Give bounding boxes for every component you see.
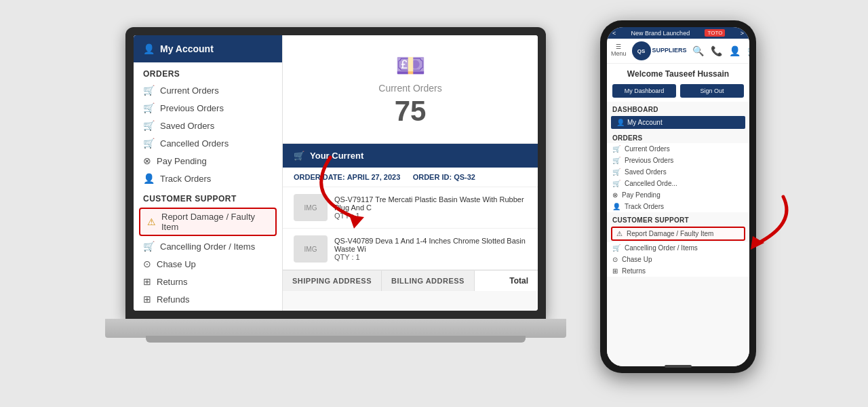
orders-icon: 💷 [395,52,426,80]
phone-previous-orders[interactable]: 🛒 Previous Orders [607,155,749,166]
orders-section-title: ORDERS [134,62,282,81]
phone-forward-icon[interactable]: > [741,30,744,37]
order-item-2: IMG QS-V40789 Deva 1 And 1-4 Inches Chro… [283,229,538,270]
support-section-title: CUSTOMER SUPPORT [134,187,282,206]
phone-report-damage[interactable]: ⚠ Report Damage / Faulty Item [611,227,745,241]
phone-support-section: CUSTOMER SUPPORT [607,212,749,225]
sidebar-item-current-orders[interactable]: 🛒 Current Orders [134,81,282,99]
sidebar-item-report-damage[interactable]: ⚠ Report Damage / Faulty Item [139,208,277,236]
current-orders-link: Current Orders [160,85,219,96]
product-sku-1: QS-V79117 Tre Mercati Plastic Basin Wast… [334,195,527,212]
pending-icon: ⊗ [143,155,151,166]
returns-link: Returns [157,277,188,287]
sidebar-item-cancelled-orders[interactable]: 🛒 Cancelled Orders [134,134,282,152]
phone-home-button[interactable] [665,365,692,368]
product-qty-1: QTY : 1 [334,212,527,220]
order-date-label: ORDER DATE: [294,173,345,181]
phone-top-bar: < New Brand Launched TOTO > [607,27,749,39]
chaseup-icon: ⊙ [143,258,151,269]
sidebar-item-previous-orders[interactable]: 🛒 Previous Orders [134,99,282,117]
phone-support-label-2: Cancelling Order / Items [625,244,698,252]
cart-icon-4: 🛒 [143,138,155,149]
phone-logo-circle: QS [632,41,651,60]
sidebar-item-chase-up[interactable]: ⊙ Chase Up [134,255,282,273]
cart-icon-5: 🛒 [143,241,155,252]
current-orders-panel: 💷 Current Orders 75 [283,35,538,144]
phone-account-icon: 👤 [616,119,625,126]
order-date-value: APRIL 27, 2023 [347,173,401,181]
phone-cart-icon-6: 🛒 [612,244,620,252]
phone-cart-wrapper[interactable]: 🛒 0 [746,45,749,57]
phone-user-icon[interactable]: 👤 [729,45,741,56]
order-header-text: Your Current [310,151,363,161]
sidebar-item-refunds[interactable]: ⊞ Refunds [134,290,282,308]
sidebar-header: 👤 My Account [134,35,282,62]
report-damage-link: Report Damage / Faulty Item [161,212,269,232]
chase-up-link: Chase Up [157,259,196,269]
phone-nav-bar: ☰ Menu QS SUPPLIERS 🔍 📞 👤 🛒 0 [607,39,749,64]
cancelling-link: Cancelling Order / Items [160,241,255,252]
phone-returns[interactable]: ⊞ Returns [607,265,749,277]
main-content: 💷 Current Orders 75 🛒 Your Current ORDER… [283,35,538,311]
laptop-screen: 👤 My Account ORDERS 🛒 Current Orders 🛒 P… [134,35,538,311]
phone-support-label-1: Report Damage / Faulty Item [627,230,713,237]
sidebar-item-returns[interactable]: ⊞ Returns [134,273,282,290]
refunds-icon: ⊞ [143,294,151,305]
phone-pending-icon: ⊗ [612,191,618,199]
current-orders-count: 75 [395,95,427,128]
phone-current-orders[interactable]: 🛒 Current Orders [607,143,749,155]
phone-track-orders[interactable]: 👤 Track Orders [607,201,749,212]
phone-cancelling[interactable]: 🛒 Cancelling Order / Items [607,242,749,254]
phone: < New Brand Launched TOTO > ☰ Menu QS SU… [593,20,763,387]
cart-icon-3: 🛒 [143,120,155,131]
phone-dashboard-section: DASHBOARD [607,102,749,115]
phone-btn-row: My Dashboard Sign Out [607,81,749,102]
shipping-address-btn[interactable]: SHIPPING ADDRESS [283,271,382,291]
product-sku-2: QS-V40789 Deva 1 And 1-4 Inches Chrome S… [334,237,527,253]
phone-cancelled-orders[interactable]: 🛒 Cancelled Orde... [607,178,749,189]
laptop-body: 👤 My Account ORDERS 🛒 Current Orders 🛒 P… [125,27,546,319]
laptop: 👤 My Account ORDERS 🛒 Current Orders 🛒 P… [105,14,566,393]
phone-promo-text: New Brand Launched [631,30,690,37]
phone-cart-icon: 🛒 [747,45,749,56]
phone-dashboard-btn[interactable]: My Dashboard [612,84,676,98]
laptop-base [105,319,566,338]
phone-cart-icon-3: 🛒 [612,168,620,176]
phone-saved-orders[interactable]: 🛒 Saved Orders [607,166,749,178]
phone-chase-up[interactable]: ⊙ Chase Up [607,254,749,265]
phone-phone-icon[interactable]: 📞 [711,45,722,56]
pay-pending-link: Pay Pending [157,156,207,166]
cart-icon-2: 🛒 [143,102,155,113]
order-id-label: ORDER ID: [413,173,452,181]
sidebar-item-track-orders[interactable]: 👤 Track Orders [134,170,282,187]
track-icon: 👤 [143,173,155,184]
phone-support-label-4: Returns [622,267,646,275]
phone-my-account[interactable]: 👤 My Account [611,116,745,129]
phone-logo-text: SUPPLIERS [652,47,687,54]
cancelled-orders-link: Cancelled Orders [160,138,229,149]
phone-chaseup-icon: ⊙ [612,256,618,263]
phone-menu-label[interactable]: ☰ Menu [611,44,627,58]
phone-orders-label-6: Track Orders [625,203,664,210]
phone-orders-section: ORDERS [607,130,749,143]
phone-welcome-text: Welcome Tauseef Hussain [607,64,749,81]
sidebar-item-cancelling[interactable]: 🛒 Cancelling Order / Items [134,237,282,255]
phone-orders-label-3: Saved Orders [625,168,667,176]
sidebar-item-pay-pending[interactable]: ⊗ Pay Pending [134,152,282,170]
refunds-link: Refunds [157,294,189,305]
billing-address-btn[interactable]: BILLING ADDRESS [382,271,475,291]
total-label: Total [500,271,538,291]
sidebar: 👤 My Account ORDERS 🛒 Current Orders 🛒 P… [134,35,283,311]
phone-signout-btn[interactable]: Sign Out [680,84,744,98]
order-item-1: IMG QS-V79117 Tre Mercati Plastic Basin … [283,187,538,229]
sidebar-item-saved-orders[interactable]: 🛒 Saved Orders [134,117,282,134]
phone-pay-pending[interactable]: ⊗ Pay Pending [607,189,749,201]
returns-icon: ⊞ [143,276,151,287]
product-image-1: IMG [294,194,328,221]
phone-orders-label-1: Current Orders [625,145,670,153]
phone-back-icon[interactable]: < [612,30,616,37]
user-icon: 👤 [143,43,155,54]
order-header-bar: 🛒 Your Current [283,144,538,168]
phone-search-icon[interactable]: 🔍 [692,45,704,56]
phone-promo-badge: TOTO [705,29,725,37]
